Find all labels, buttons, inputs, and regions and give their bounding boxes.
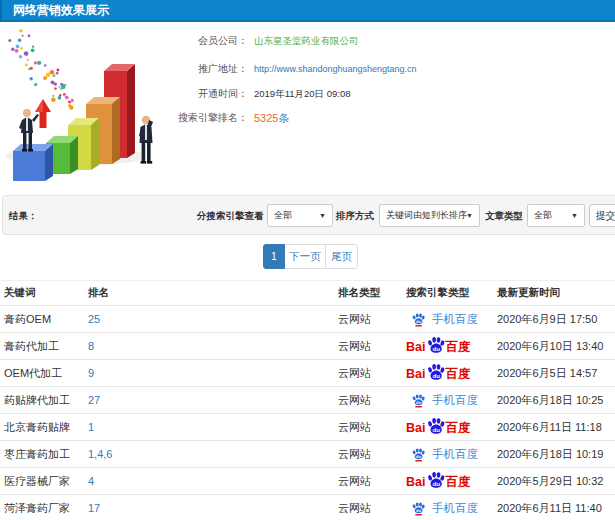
promo-url-label: 推广地址：	[0, 61, 248, 77]
col-header-keyword: 关键词	[0, 281, 88, 306]
svg-text:Bai: Bai	[406, 340, 425, 354]
svg-text:du: du	[432, 372, 440, 379]
engine-cell: du 手机百度 Bai du 百度	[406, 441, 497, 468]
rank-cell[interactable]: 8	[88, 333, 338, 360]
keyword-cell: 医疗器械厂家	[0, 468, 88, 495]
page-button-last[interactable]: 尾页	[325, 244, 358, 269]
rank-cell[interactable]: 27	[88, 387, 338, 414]
rank-type-cell: 云网站	[338, 414, 406, 441]
rank-type-cell: 云网站	[338, 387, 406, 414]
keyword-cell: 菏泽膏药厂家	[0, 495, 88, 520]
article-type-value: 全部	[534, 210, 552, 220]
baidu-logo: Bai du 百度	[406, 335, 476, 357]
sort-label: 排序方式	[336, 209, 374, 223]
info-row-rank-count: 搜索引擎排名： 5325条	[0, 110, 470, 126]
rank-type-cell: 云网站	[338, 306, 406, 333]
rank-count-unit: 条	[278, 112, 289, 124]
info-row-company: 会员公司： 山东皇圣堂药业有限公司	[0, 33, 470, 49]
svg-text:百度: 百度	[445, 475, 472, 489]
engine-cell: du 百度 Bai du 百度	[406, 360, 497, 387]
mobile-baidu-logo: du 手机百度	[411, 501, 478, 516]
keyword-cell: 膏药代加工	[0, 333, 88, 360]
baidu-logo: Bai du 百度	[406, 362, 476, 384]
engine-cell: du 手机百度 Bai du 百度	[406, 306, 497, 333]
table-row: 北京膏药贴牌 1 云网站 du 百度 Bai	[0, 414, 615, 441]
svg-text:du: du	[432, 426, 440, 433]
page-button-next[interactable]: 下一页	[284, 244, 326, 269]
table-row: 医疗器械厂家 4 云网站 du 百度 Bai	[0, 468, 615, 495]
svg-text:du: du	[416, 318, 422, 323]
updated-cell: 2020年5月29日 10:32	[497, 468, 615, 495]
rank-cell[interactable]: 1,4,6	[88, 441, 338, 468]
pagination: 1 下一页 尾页	[263, 244, 358, 269]
dropdown-arrow-icon: ▼	[319, 205, 326, 226]
svg-text:du: du	[416, 507, 422, 512]
rank-cell[interactable]: 25	[88, 306, 338, 333]
updated-cell: 2020年6月9日 17:50	[497, 306, 615, 333]
table-row: 菏泽膏药厂家 17 云网站 du 手机百度 Bai	[0, 495, 615, 520]
engine-filter-label: 分搜索引擎查看	[197, 209, 264, 223]
col-header-engine-type: 搜索引擎类型	[406, 281, 497, 306]
updated-cell: 2020年6月18日 10:25	[497, 387, 615, 414]
company-value[interactable]: 山东皇圣堂药业有限公司	[254, 33, 359, 49]
svg-text:du: du	[432, 345, 440, 352]
svg-text:Bai: Bai	[406, 367, 425, 381]
engine-filter-select[interactable]: 全部 ▼	[267, 204, 333, 227]
svg-text:du: du	[432, 480, 440, 487]
keyword-cell: 膏药OEM	[0, 306, 88, 333]
open-time-label: 开通时间：	[0, 86, 248, 102]
table-header-row: 关键词 排名 排名类型 搜索引擎类型 最新更新时间	[0, 281, 615, 306]
page-button-current[interactable]: 1	[263, 244, 285, 269]
updated-cell: 2020年6月18日 10:19	[497, 441, 615, 468]
page-title: 网络营销效果展示	[13, 0, 109, 20]
rank-cell[interactable]: 17	[88, 495, 338, 520]
rank-type-cell: 云网站	[338, 360, 406, 387]
updated-cell: 2020年6月10日 13:40	[497, 333, 615, 360]
company-label: 会员公司：	[0, 33, 248, 49]
rank-cell[interactable]: 1	[88, 414, 338, 441]
info-row-opened: 开通时间： 2019年11月20日 09:08	[0, 86, 470, 102]
rank-type-cell: 云网站	[338, 495, 406, 520]
dropdown-arrow-icon: ▼	[571, 205, 578, 226]
keyword-cell: 北京膏药贴牌	[0, 414, 88, 441]
article-type-select[interactable]: 全部 ▼	[527, 204, 585, 227]
table-row: OEM代加工 9 云网站 du 百度 Bai	[0, 360, 615, 387]
table-row: 膏药OEM 25 云网站 du 手机百度 Bai	[0, 306, 615, 333]
rank-cell[interactable]: 9	[88, 360, 338, 387]
engine-cell: du 手机百度 Bai du 百度	[406, 495, 497, 520]
promo-url-link[interactable]: http://www.shandonghuangshengtang.cn	[254, 61, 417, 77]
engine-filter-value: 全部	[274, 210, 292, 220]
rank-count-number: 5325	[254, 112, 278, 124]
engine-cell: du 手机百度 Bai du 百度	[406, 387, 497, 414]
mobile-baidu-logo: du 手机百度	[411, 447, 478, 462]
rank-cell[interactable]: 4	[88, 468, 338, 495]
mobile-baidu-logo: du 手机百度	[411, 393, 478, 408]
svg-text:du: du	[416, 399, 422, 404]
result-label: 结果：	[9, 209, 38, 223]
sort-select[interactable]: 关键词由短到长排序 ▼	[379, 204, 480, 227]
engine-rank-value: 5325条	[254, 110, 289, 127]
sort-value: 关键词由短到长排序	[386, 210, 467, 220]
engine-cell: du 百度 Bai du 百度	[406, 468, 497, 495]
table-row: 药贴牌代加工 27 云网站 du 手机百度 Bai	[0, 387, 615, 414]
table-row: 膏药代加工 8 云网站 du 百度 Bai	[0, 333, 615, 360]
keyword-cell: 枣庄膏药加工	[0, 441, 88, 468]
svg-text:du: du	[416, 453, 422, 458]
submit-button[interactable]: 提交	[589, 204, 615, 227]
col-header-rank: 排名	[88, 281, 338, 306]
svg-text:百度: 百度	[445, 421, 472, 435]
svg-text:百度: 百度	[445, 367, 472, 381]
article-type-label: 文章类型	[485, 209, 523, 223]
col-header-rank-type: 排名类型	[338, 281, 406, 306]
baidu-logo: Bai du 百度	[406, 470, 476, 492]
svg-text:Bai: Bai	[406, 421, 425, 435]
page: 网络营销效果展示	[0, 0, 615, 520]
engine-rank-label: 搜索引擎排名：	[0, 110, 248, 126]
info-row-url: 推广地址： http://www.shandonghuangshengtang.…	[0, 61, 470, 77]
engine-cell: du 百度 Bai du 百度	[406, 414, 497, 441]
rank-type-cell: 云网站	[338, 468, 406, 495]
table-row: 枣庄膏药加工 1,4,6 云网站 du 手机百度 Bai	[0, 441, 615, 468]
mobile-baidu-logo: du 手机百度	[411, 312, 478, 327]
keyword-cell: 药贴牌代加工	[0, 387, 88, 414]
svg-text:百度: 百度	[445, 340, 472, 354]
